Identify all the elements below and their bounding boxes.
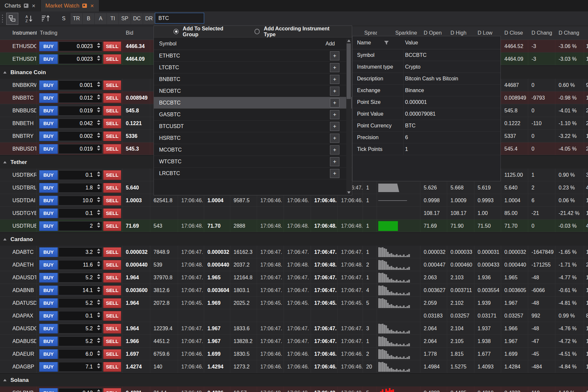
quantity-input[interactable]: 7.1	[58, 362, 102, 372]
add-symbol-button[interactable]: +	[330, 63, 339, 72]
add-symbol-button[interactable]: +	[330, 169, 339, 178]
header-bid[interactable]: Bid	[122, 26, 150, 40]
sell-button[interactable]: SELL	[103, 221, 121, 231]
stepper-down-icon[interactable]	[97, 98, 100, 100]
sell-button[interactable]: SELL	[103, 119, 121, 128]
quantity-input[interactable]: 0.1	[58, 170, 102, 180]
tab-charts[interactable]: Charts ✕	[0, 0, 41, 11]
quantity-input[interactable]: 2	[58, 221, 102, 231]
quantity-input[interactable]: 0.0023	[58, 41, 102, 51]
buy-button[interactable]: BUY	[39, 298, 58, 308]
add-symbol-button[interactable]: +	[330, 51, 339, 60]
stepper-down-icon[interactable]	[97, 213, 100, 215]
stepper-up-icon[interactable]	[97, 222, 100, 224]
buy-button[interactable]: BUY	[39, 41, 58, 51]
buy-button[interactable]: BUY	[39, 208, 58, 218]
stepper-down-icon[interactable]	[97, 85, 100, 87]
stepper-up-icon[interactable]	[97, 210, 100, 212]
add-symbol-button[interactable]: +	[330, 145, 339, 155]
quantity-input[interactable]: 5.2	[58, 324, 102, 334]
header-instrument[interactable]: Instrument	[10, 26, 37, 40]
sell-button[interactable]: SELL	[103, 324, 121, 334]
quantity-input[interactable]: 0.12	[58, 388, 102, 392]
stepper-up-icon[interactable]	[97, 389, 100, 391]
quantity-input[interactable]: 3.2	[58, 247, 102, 257]
stepper-down-icon[interactable]	[97, 46, 100, 48]
buy-button[interactable]: BUY	[39, 286, 58, 295]
sell-button[interactable]: SELL	[103, 349, 121, 359]
stepper-up-icon[interactable]	[97, 312, 100, 314]
stepper-up-icon[interactable]	[97, 351, 100, 352]
stepper-up-icon[interactable]	[97, 94, 100, 96]
stepper-up-icon[interactable]	[97, 184, 100, 186]
add-symbol-button[interactable]: +	[330, 87, 339, 96]
sell-button[interactable]: SELL	[103, 106, 121, 116]
stepper-up-icon[interactable]	[97, 43, 100, 45]
quantity-input[interactable]: 0.019	[58, 106, 102, 116]
buy-button[interactable]: BUY	[39, 131, 58, 141]
stepper-up-icon[interactable]	[97, 325, 100, 327]
sell-button[interactable]: SELL	[103, 298, 121, 308]
quantity-input[interactable]: 0.001	[58, 80, 102, 90]
scroll-down-icon[interactable]	[347, 191, 351, 194]
symbol-list-item[interactable]: HSRBTC+	[154, 132, 352, 144]
toolbar-button-dr[interactable]: DR	[143, 13, 155, 24]
sell-button[interactable]: SELL	[103, 80, 121, 90]
stepper-down-icon[interactable]	[97, 226, 100, 228]
buy-button[interactable]: BUY	[39, 106, 58, 116]
sell-button[interactable]: SELL	[103, 208, 121, 218]
symbol-list-item[interactable]: BNBBTC+	[154, 74, 352, 85]
buy-button[interactable]: BUY	[39, 54, 58, 64]
stepper-down-icon[interactable]	[97, 200, 100, 202]
sell-button[interactable]: SELL	[103, 93, 121, 103]
symbol-column-header[interactable]: Symbol	[154, 41, 319, 47]
buy-button[interactable]: BUY	[39, 196, 58, 205]
stepper-up-icon[interactable]	[97, 287, 100, 289]
buy-button[interactable]: BUY	[39, 349, 58, 359]
drag-grip-icon[interactable]	[2, 15, 3, 23]
buy-button[interactable]: BUY	[39, 183, 58, 193]
stepper-up-icon[interactable]	[97, 120, 100, 122]
stepper-up-icon[interactable]	[97, 82, 100, 84]
sell-button[interactable]: SELL	[103, 336, 121, 346]
quantity-input[interactable]: 0.019	[58, 144, 102, 154]
stepper-up-icon[interactable]	[97, 363, 100, 365]
sell-button[interactable]: SELL	[103, 311, 121, 321]
sell-button[interactable]: SELL	[103, 54, 121, 64]
buy-button[interactable]: BUY	[39, 260, 58, 270]
symbol-list-item[interactable]: MCOBTC+	[154, 144, 352, 156]
stepper-up-icon[interactable]	[97, 172, 100, 173]
stepper-up-icon[interactable]	[97, 107, 100, 109]
stepper-down-icon[interactable]	[97, 303, 100, 305]
symbol-list-item[interactable]: NEOBTC+	[154, 85, 352, 97]
instrument-tree-button[interactable]	[6, 13, 18, 25]
stepper-down-icon[interactable]	[97, 252, 100, 254]
quantity-input[interactable]: 5.2	[58, 273, 102, 283]
stepper-down-icon[interactable]	[97, 175, 100, 177]
stepper-down-icon[interactable]	[97, 59, 100, 61]
stepper-down-icon[interactable]	[97, 367, 100, 368]
stepper-down-icon[interactable]	[97, 110, 100, 112]
stepper-down-icon[interactable]	[97, 123, 100, 125]
quantity-input[interactable]: 14.1	[58, 286, 102, 295]
stepper-up-icon[interactable]	[97, 261, 100, 263]
buy-button[interactable]: BUY	[39, 221, 58, 231]
symbol-list-item[interactable]: GASBTC+	[154, 109, 352, 121]
stepper-up-icon[interactable]	[97, 133, 100, 135]
add-symbol-button[interactable]: +	[330, 98, 339, 107]
symbol-search-input[interactable]	[155, 13, 204, 24]
symbol-list-item[interactable]: WTCBTC+	[154, 156, 352, 168]
symbol-list-scrollbar[interactable]	[346, 39, 351, 194]
stepper-down-icon[interactable]	[97, 290, 100, 292]
symbol-list-item[interactable]: LRCBTC+	[154, 168, 352, 179]
buy-button[interactable]: BUY	[39, 388, 58, 392]
toolbar-button-b[interactable]: B	[83, 13, 94, 24]
sell-button[interactable]: SELL	[103, 362, 121, 372]
symbol-list-item[interactable]: BTCUSDT+	[154, 121, 352, 132]
toolbar-button-dc[interactable]: DC	[131, 13, 143, 24]
collapse-triangle-icon[interactable]	[3, 161, 7, 163]
add-symbol-button[interactable]: +	[330, 110, 339, 119]
stepper-up-icon[interactable]	[97, 338, 100, 340]
symbol-list-item[interactable]: ETHBTC+	[154, 50, 352, 62]
scrollbar-thumb[interactable]	[347, 43, 351, 99]
